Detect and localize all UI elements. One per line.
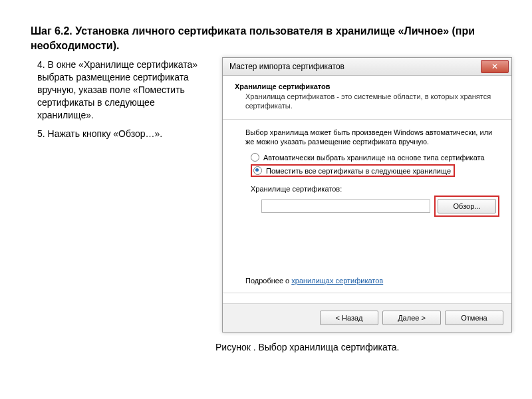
more-info-prefix: Подробнее о <box>245 277 291 285</box>
store-path-input[interactable] <box>261 200 430 213</box>
store-field-label: Хранилище сертификатов: <box>251 185 499 193</box>
back-button[interactable]: < Назад <box>320 311 378 325</box>
radio-auto-row[interactable]: Автоматически выбрать хранилище на основ… <box>251 153 499 162</box>
next-button[interactable]: Далее > <box>382 311 441 325</box>
cert-import-wizard-dialog: Мастер импорта сертификатов ✕ Хранилище … <box>222 57 512 332</box>
radio-manual-row[interactable]: Поместить все сертификаты в следующее хр… <box>251 164 499 177</box>
dialog-titlebar: Мастер импорта сертификатов ✕ <box>223 58 511 76</box>
more-info: Подробнее о хранилищах сертификатов <box>245 277 499 285</box>
radio-manual-label: Поместить все сертификаты в следующее хр… <box>266 167 451 175</box>
divider <box>223 293 511 293</box>
divider <box>223 119 511 120</box>
dialog-body: Хранилище сертификатов Хранилища сертифи… <box>223 76 511 293</box>
browse-button[interactable]: Обзор... <box>438 199 496 213</box>
instruction-4: 4. В окне «Хранилище сертификата» выбрат… <box>37 59 213 121</box>
highlight-box: Поместить все сертификаты в следующее хр… <box>251 164 455 177</box>
dialog-footer: < Назад Далее > Отмена <box>223 303 511 332</box>
radio-auto-label: Автоматически выбрать хранилище на основ… <box>263 154 485 162</box>
section-subtitle: Хранилища сертификатов - это системные о… <box>245 92 499 111</box>
instruction-5: 5. Нажать кнопку «Обзор…». <box>37 128 213 140</box>
radio-icon <box>251 153 259 162</box>
radio-icon <box>253 166 262 175</box>
step-heading: Шаг 6.2. Установка личного сертификата п… <box>31 24 505 53</box>
close-icon: ✕ <box>491 63 498 70</box>
cancel-button[interactable]: Отмена <box>445 311 503 325</box>
dialog-title: Мастер импорта сертификатов <box>229 62 481 71</box>
highlight-box: Обзор... <box>434 196 499 217</box>
close-button[interactable]: ✕ <box>481 60 509 73</box>
more-info-link[interactable]: хранилищах сертификатов <box>291 277 383 285</box>
instruction-block: 4. В окне «Хранилище сертификата» выбрат… <box>37 59 213 147</box>
choice-description: Выбор хранилища может быть произведен Wi… <box>245 128 499 147</box>
section-title: Хранилище сертификатов <box>235 82 499 90</box>
figure-caption: Рисунок . Выбор хранилища сертификата. <box>215 342 399 352</box>
